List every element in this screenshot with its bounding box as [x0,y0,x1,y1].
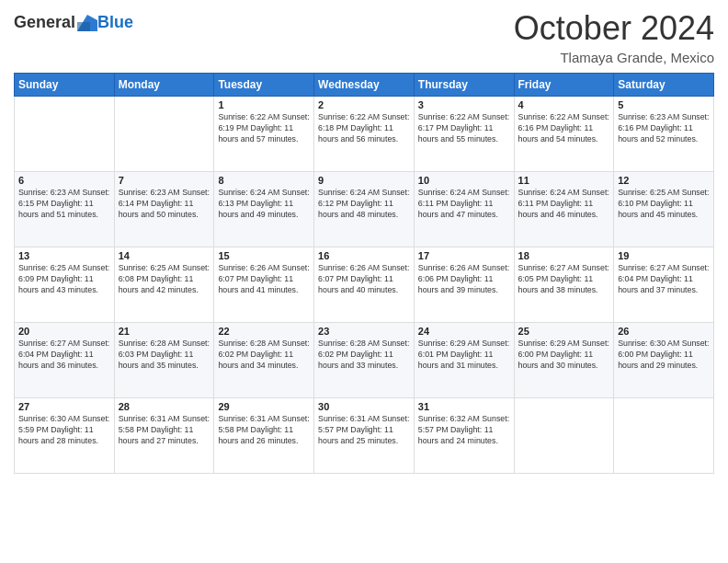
calendar-week-3: 13Sunrise: 6:25 AM Sunset: 6:09 PM Dayli… [15,247,714,323]
calendar-cell: 28Sunrise: 6:31 AM Sunset: 5:58 PM Dayli… [114,398,214,474]
cell-content: Sunrise: 6:25 AM Sunset: 6:09 PM Dayligh… [18,263,110,296]
cell-content: Sunrise: 6:27 AM Sunset: 6:04 PM Dayligh… [18,339,110,372]
calendar-cell: 30Sunrise: 6:31 AM Sunset: 5:57 PM Dayli… [314,398,415,474]
calendar-cell: 5Sunrise: 6:23 AM Sunset: 6:16 PM Daylig… [614,97,714,172]
day-number: 7 [119,175,210,186]
calendar-table: SundayMondayTuesdayWednesdayThursdayFrid… [14,73,714,474]
calendar-cell: 17Sunrise: 6:26 AM Sunset: 6:06 PM Dayli… [414,247,514,323]
cell-content: Sunrise: 6:29 AM Sunset: 6:00 PM Dayligh… [518,339,610,372]
day-number: 14 [119,250,210,261]
header-day-friday: Friday [514,74,614,97]
cell-content: Sunrise: 6:22 AM Sunset: 6:17 PM Dayligh… [418,112,510,145]
day-number: 4 [518,99,610,110]
day-number: 17 [418,250,510,261]
day-number: 1 [218,99,310,110]
month-title: October 2024 [514,9,714,48]
calendar-cell [114,97,214,172]
day-number: 31 [418,401,510,412]
cell-content: Sunrise: 6:25 AM Sunset: 6:10 PM Dayligh… [618,188,710,221]
cell-content: Sunrise: 6:30 AM Sunset: 6:00 PM Dayligh… [618,339,710,372]
cell-content: Sunrise: 6:28 AM Sunset: 6:03 PM Dayligh… [119,339,210,372]
calendar-header: SundayMondayTuesdayWednesdayThursdayFrid… [15,74,714,97]
calendar-cell: 31Sunrise: 6:32 AM Sunset: 5:57 PM Dayli… [414,398,514,474]
day-number: 27 [18,401,110,412]
cell-content: Sunrise: 6:24 AM Sunset: 6:13 PM Dayligh… [218,188,310,221]
header-day-thursday: Thursday [414,74,514,97]
day-number: 15 [218,250,310,261]
day-number: 18 [518,250,610,261]
day-number: 2 [318,99,410,110]
day-number: 8 [218,175,310,186]
day-number: 20 [18,326,110,337]
cell-content: Sunrise: 6:31 AM Sunset: 5:57 PM Dayligh… [318,414,410,447]
cell-content: Sunrise: 6:30 AM Sunset: 5:59 PM Dayligh… [18,414,110,447]
calendar-cell: 4Sunrise: 6:22 AM Sunset: 6:16 PM Daylig… [514,97,614,172]
day-number: 16 [318,250,410,261]
day-number: 19 [618,250,710,261]
cell-content: Sunrise: 6:22 AM Sunset: 6:19 PM Dayligh… [218,112,310,145]
cell-content: Sunrise: 6:32 AM Sunset: 5:57 PM Dayligh… [418,414,510,447]
calendar-cell: 20Sunrise: 6:27 AM Sunset: 6:04 PM Dayli… [15,323,115,398]
header-day-monday: Monday [114,74,214,97]
svg-marker-1 [77,22,90,31]
calendar-week-1: 1Sunrise: 6:22 AM Sunset: 6:19 PM Daylig… [15,97,714,172]
calendar-cell: 1Sunrise: 6:22 AM Sunset: 6:19 PM Daylig… [214,97,314,172]
cell-content: Sunrise: 6:28 AM Sunset: 6:02 PM Dayligh… [318,339,410,372]
calendar-cell: 3Sunrise: 6:22 AM Sunset: 6:17 PM Daylig… [414,97,514,172]
header-row: SundayMondayTuesdayWednesdayThursdayFrid… [15,74,714,97]
day-number: 24 [418,326,510,337]
calendar-cell: 15Sunrise: 6:26 AM Sunset: 6:07 PM Dayli… [214,247,314,323]
cell-content: Sunrise: 6:29 AM Sunset: 6:01 PM Dayligh… [418,339,510,372]
cell-content: Sunrise: 6:27 AM Sunset: 6:04 PM Dayligh… [618,263,710,296]
logo-icon [77,15,97,31]
cell-content: Sunrise: 6:26 AM Sunset: 6:07 PM Dayligh… [218,263,310,296]
cell-content: Sunrise: 6:23 AM Sunset: 6:14 PM Dayligh… [119,188,210,221]
location: Tlamaya Grande, Mexico [514,50,714,65]
day-number: 21 [119,326,210,337]
calendar-week-4: 20Sunrise: 6:27 AM Sunset: 6:04 PM Dayli… [15,323,714,398]
calendar-cell: 6Sunrise: 6:23 AM Sunset: 6:15 PM Daylig… [15,172,115,247]
cell-content: Sunrise: 6:23 AM Sunset: 6:16 PM Dayligh… [618,112,710,145]
cell-content: Sunrise: 6:26 AM Sunset: 6:07 PM Dayligh… [318,263,410,296]
cell-content: Sunrise: 6:24 AM Sunset: 6:11 PM Dayligh… [518,188,610,221]
calendar-cell: 14Sunrise: 6:25 AM Sunset: 6:08 PM Dayli… [114,247,214,323]
calendar-cell: 29Sunrise: 6:31 AM Sunset: 5:58 PM Dayli… [214,398,314,474]
cell-content: Sunrise: 6:28 AM Sunset: 6:02 PM Dayligh… [218,339,310,372]
day-number: 22 [218,326,310,337]
calendar-cell: 26Sunrise: 6:30 AM Sunset: 6:00 PM Dayli… [614,323,714,398]
calendar-cell [15,97,115,172]
day-number: 10 [418,175,510,186]
calendar-cell: 9Sunrise: 6:24 AM Sunset: 6:12 PM Daylig… [314,172,415,247]
cell-content: Sunrise: 6:22 AM Sunset: 6:18 PM Dayligh… [318,112,410,145]
day-number: 3 [418,99,510,110]
calendar-cell [514,398,614,474]
title-block: October 2024 Tlamaya Grande, Mexico [514,9,714,65]
header-day-saturday: Saturday [614,74,714,97]
calendar-body: 1Sunrise: 6:22 AM Sunset: 6:19 PM Daylig… [15,97,714,474]
calendar-cell: 27Sunrise: 6:30 AM Sunset: 5:59 PM Dayli… [15,398,115,474]
day-number: 26 [618,326,710,337]
cell-content: Sunrise: 6:24 AM Sunset: 6:12 PM Dayligh… [318,188,410,221]
calendar-cell: 18Sunrise: 6:27 AM Sunset: 6:05 PM Dayli… [514,247,614,323]
day-number: 30 [318,401,410,412]
day-number: 28 [119,401,210,412]
cell-content: Sunrise: 6:25 AM Sunset: 6:08 PM Dayligh… [119,263,210,296]
day-number: 23 [318,326,410,337]
cell-content: Sunrise: 6:26 AM Sunset: 6:06 PM Dayligh… [418,263,510,296]
calendar-cell: 16Sunrise: 6:26 AM Sunset: 6:07 PM Dayli… [314,247,415,323]
day-number: 11 [518,175,610,186]
cell-content: Sunrise: 6:31 AM Sunset: 5:58 PM Dayligh… [119,414,210,447]
cell-content: Sunrise: 6:27 AM Sunset: 6:05 PM Dayligh… [518,263,610,296]
cell-content: Sunrise: 6:22 AM Sunset: 6:16 PM Dayligh… [518,112,610,145]
calendar-cell: 12Sunrise: 6:25 AM Sunset: 6:10 PM Dayli… [614,172,714,247]
calendar-week-5: 27Sunrise: 6:30 AM Sunset: 5:59 PM Dayli… [15,398,714,474]
header-day-wednesday: Wednesday [314,74,415,97]
calendar-cell [614,398,714,474]
cell-content: Sunrise: 6:23 AM Sunset: 6:15 PM Dayligh… [18,188,110,221]
calendar-cell: 22Sunrise: 6:28 AM Sunset: 6:02 PM Dayli… [214,323,314,398]
day-number: 6 [18,175,110,186]
calendar-cell: 11Sunrise: 6:24 AM Sunset: 6:11 PM Dayli… [514,172,614,247]
day-number: 29 [218,401,310,412]
calendar-cell: 19Sunrise: 6:27 AM Sunset: 6:04 PM Dayli… [614,247,714,323]
calendar-cell: 7Sunrise: 6:23 AM Sunset: 6:14 PM Daylig… [114,172,214,247]
